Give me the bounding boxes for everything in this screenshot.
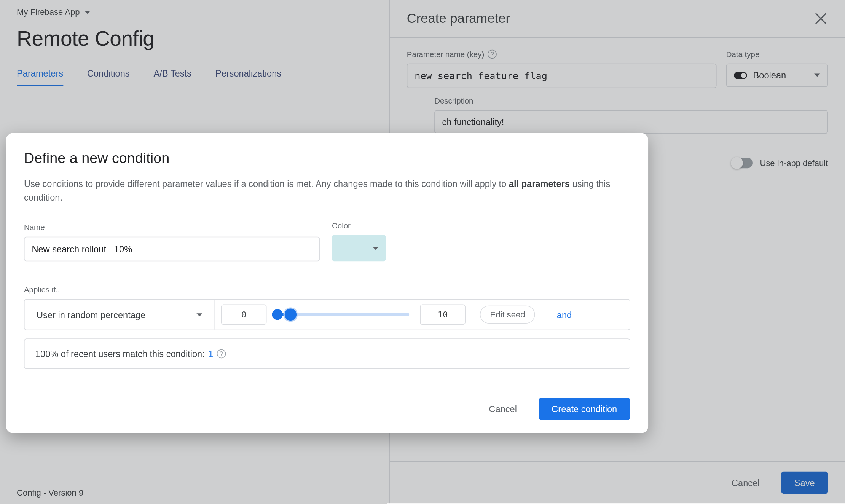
add-and-clause[interactable]: and — [557, 309, 572, 320]
modal-title: Define a new condition — [24, 150, 630, 167]
edit-seed-button[interactable]: Edit seed — [480, 306, 535, 324]
condition-name-input[interactable] — [24, 237, 320, 262]
match-text: 100% of recent users match this conditio… — [35, 349, 205, 359]
percentage-from-input[interactable] — [221, 305, 267, 325]
create-condition-button[interactable]: Create condition — [539, 398, 630, 420]
chevron-down-icon — [373, 247, 379, 250]
applies-if-label: Applies if... — [24, 285, 630, 294]
condition-color-label: Color — [332, 221, 386, 230]
condition-color-picker[interactable] — [332, 235, 386, 261]
help-icon[interactable]: ? — [217, 349, 226, 359]
modal-subtitle-prefix: Use conditions to provide different para… — [24, 179, 509, 189]
modal-subtitle: Use conditions to provide different para… — [24, 177, 611, 204]
percentage-slider[interactable] — [277, 313, 409, 316]
condition-type-value: User in random percentage — [37, 309, 145, 320]
chevron-down-icon — [196, 313, 202, 316]
condition-name-label: Name — [24, 223, 320, 232]
match-count: 1 — [208, 349, 213, 359]
match-summary: 100% of recent users match this conditio… — [24, 338, 630, 369]
percentage-to-input[interactable] — [420, 305, 466, 325]
define-condition-modal: Define a new condition Use conditions to… — [6, 133, 648, 433]
slider-thumb-start[interactable] — [272, 309, 283, 320]
slider-thumb-end[interactable] — [284, 307, 298, 322]
modal-cancel-button[interactable]: Cancel — [482, 399, 524, 419]
applies-if-row: User in random percentage Edit seed and — [24, 299, 630, 330]
condition-type-select[interactable]: User in random percentage — [25, 300, 215, 330]
modal-subtitle-bold: all parameters — [509, 179, 570, 189]
